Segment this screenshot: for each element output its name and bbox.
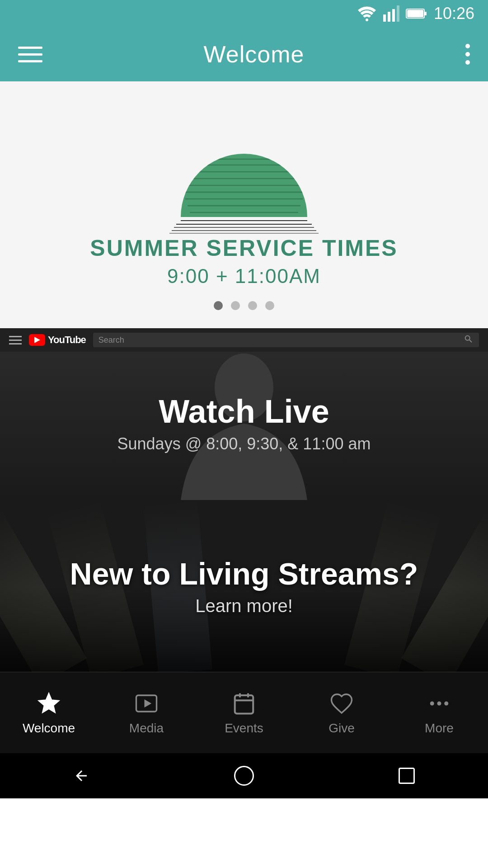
android-back-button[interactable]: [68, 762, 95, 789]
svg-rect-3: [392, 9, 395, 22]
signal-icon: [383, 5, 399, 22]
youtube-play-icon: [29, 334, 45, 346]
watch-live-overlay: Watch Live Sundays @ 8:00, 9:30, & 11:00…: [117, 393, 371, 453]
svg-rect-6: [424, 12, 427, 15]
svg-rect-4: [397, 5, 399, 22]
carousel-dot-4[interactable]: [265, 301, 274, 310]
battery-icon: [406, 7, 427, 20]
android-recents-button[interactable]: [393, 762, 420, 789]
more-label: More: [425, 721, 454, 736]
give-icon: [328, 690, 355, 717]
events-label: Events: [225, 721, 263, 736]
carousel-dots: [214, 301, 274, 310]
hamburger-menu-button[interactable]: [18, 47, 42, 62]
nav-item-give[interactable]: Give: [293, 690, 390, 736]
app-bar-title: Welcome: [204, 41, 305, 68]
living-streams-section[interactable]: New to Living Streams? Learn more!: [0, 500, 488, 672]
nav-item-welcome[interactable]: Welcome: [0, 690, 98, 736]
svg-rect-1: [383, 14, 386, 22]
youtube-text: YouTube: [48, 334, 86, 346]
svg-point-31: [444, 701, 448, 705]
watch-live-subtitle: Sundays @ 8:00, 9:30, & 11:00 am: [117, 434, 371, 453]
welcome-icon: [36, 690, 62, 717]
youtube-logo: YouTube: [29, 334, 86, 346]
carousel-dot-2[interactable]: [231, 301, 240, 310]
hero-banner-title: SUMMER SERVICE TIMES: [90, 235, 398, 261]
app-bar: Welcome: [0, 27, 488, 81]
media-icon: [133, 690, 160, 717]
youtube-search-bar[interactable]: Search: [93, 333, 479, 347]
svg-point-0: [366, 19, 368, 21]
living-streams-subtitle: Learn more!: [195, 596, 293, 616]
status-time: 10:26: [434, 4, 474, 23]
svg-rect-2: [388, 12, 390, 22]
carousel-dot-1[interactable]: [214, 301, 223, 310]
svg-marker-24: [145, 699, 152, 708]
svg-point-29: [430, 701, 434, 705]
living-streams-overlay: New to Living Streams? Learn more!: [70, 556, 418, 616]
bottom-nav: Welcome Media Events Gi: [0, 672, 488, 753]
events-icon: [231, 690, 257, 717]
hero-banner-subtitle: 9:00 + 11:00AM: [167, 265, 321, 288]
status-bar: 10:26: [0, 0, 488, 27]
hero-banner: SUMMER SERVICE TIMES 9:00 + 11:00AM: [0, 81, 488, 328]
svg-rect-25: [235, 695, 253, 714]
nav-item-more[interactable]: More: [390, 690, 488, 736]
svg-point-30: [437, 701, 441, 705]
give-label: Give: [328, 721, 355, 736]
living-streams-title: New to Living Streams?: [70, 556, 418, 591]
carousel-dot-3[interactable]: [248, 301, 257, 310]
welcome-label: Welcome: [23, 721, 75, 736]
summer-graphic: [154, 108, 334, 235]
media-label: Media: [129, 721, 164, 736]
youtube-search-placeholder: Search: [99, 335, 124, 345]
android-home-button[interactable]: [230, 762, 258, 789]
yt-menu-icon: [9, 336, 22, 344]
youtube-search-icon: [464, 334, 474, 346]
watch-live-section[interactable]: YouTube Search Watch Live Sundays @ 8:00…: [0, 328, 488, 500]
svg-rect-7: [407, 10, 423, 17]
status-icons: 10:26: [357, 4, 474, 23]
more-options-button[interactable]: [465, 44, 470, 65]
youtube-bar: YouTube Search: [0, 328, 488, 352]
nav-item-media[interactable]: Media: [98, 690, 195, 736]
wifi-icon: [357, 6, 377, 21]
nav-item-events[interactable]: Events: [195, 690, 293, 736]
android-nav-bar: [0, 753, 488, 798]
more-icon: [426, 690, 452, 717]
watch-live-title: Watch Live: [159, 393, 329, 430]
